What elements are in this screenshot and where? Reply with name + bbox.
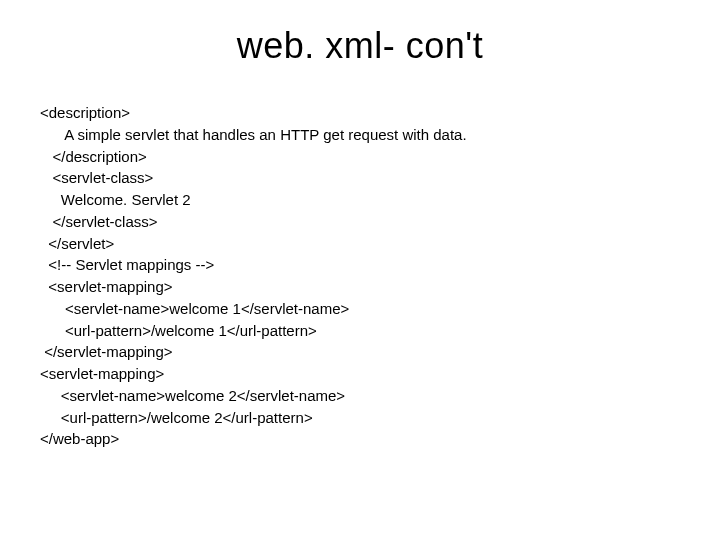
code-line: <servlet-name>welcome 2</servlet-name> (40, 385, 680, 407)
code-line: <servlet-mapping> (40, 363, 680, 385)
code-line: </servlet-class> (40, 211, 680, 233)
code-line: </servlet-mapping> (40, 341, 680, 363)
code-line: </servlet> (40, 233, 680, 255)
code-line: <url-pattern>/welcome 1</url-pattern> (40, 320, 680, 342)
code-line: <description> (40, 102, 680, 124)
code-line: <servlet-class> (40, 167, 680, 189)
code-line: </web-app> (40, 428, 680, 450)
code-line: <!-- Servlet mappings --> (40, 254, 680, 276)
code-line: <url-pattern>/welcome 2</url-pattern> (40, 407, 680, 429)
slide-title: web. xml- con't (40, 25, 680, 67)
code-line: </description> (40, 146, 680, 168)
code-line: <servlet-name>welcome 1</servlet-name> (40, 298, 680, 320)
slide: web. xml- con't <description> A simple s… (0, 0, 720, 470)
code-line: A simple servlet that handles an HTTP ge… (40, 124, 680, 146)
code-block: <description> A simple servlet that hand… (40, 102, 680, 450)
code-line: <servlet-mapping> (40, 276, 680, 298)
code-line: Welcome. Servlet 2 (40, 189, 680, 211)
